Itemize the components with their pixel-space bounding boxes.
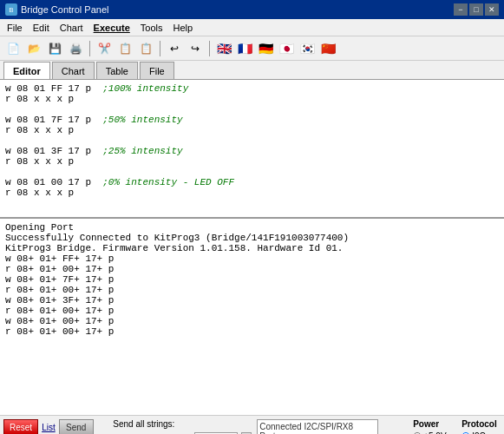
- main-area: w 08 01 FF 17 p ;100% intensity r 08 x x…: [0, 80, 504, 415]
- toolbar-flag2[interactable]: 🇫🇷: [235, 39, 254, 58]
- log-line-10: w 08+ 01+ 00+ 17+ p: [5, 316, 499, 326]
- title-bar: B Bridge Control Panel − □ ✕: [0, 0, 504, 19]
- log-line-3: KitProg3 Bridge. Firmware Version 1.01.1…: [5, 243, 499, 253]
- reset-button[interactable]: Reset: [3, 419, 38, 434]
- app-title: Bridge Control Panel: [21, 4, 109, 15]
- editor-line-5: r 08 x x x p: [5, 125, 499, 135]
- power-section: Power +5.0V +3.3V +2.5V +1.8V: [413, 419, 456, 434]
- toolbar-sep-2: [160, 41, 160, 56]
- editor-line-7: w 08 01 3F 17 p ;25% intensity: [5, 146, 499, 156]
- toolbar-flag4[interactable]: 🇯🇵: [277, 39, 296, 58]
- port-panel: Connected I2C/SPI/RX8 Ports: KitProg3 (B…: [257, 419, 378, 434]
- title-bar-controls: − □ ✕: [454, 3, 499, 16]
- list-label[interactable]: List: [42, 423, 56, 432]
- bottom-area: Reset List Send Stop Repeat to file Send…: [0, 415, 504, 434]
- editor-line-3: [5, 104, 499, 115]
- menu-file[interactable]: File: [2, 19, 28, 36]
- toolbar: 📄 📂 💾 🖨️ ✂️ 📋 📋 ↩ ↪ 🇬🇧 🇫🇷 🇩🇪 🇯🇵 🇰🇷 🇨🇳: [0, 36, 504, 61]
- toolbar-copy[interactable]: 📋: [115, 39, 134, 58]
- toolbar-undo[interactable]: ↩: [165, 39, 184, 58]
- toolbar-redo[interactable]: ↪: [186, 39, 205, 58]
- menu-edit[interactable]: Edit: [28, 19, 55, 36]
- editor-line-4: w 08 01 7F 17 p ;50% intensity: [5, 115, 499, 125]
- log-panel: Opening Port Successfully Connected to K…: [0, 219, 504, 415]
- menu-chart[interactable]: Chart: [55, 19, 88, 36]
- toolbar-save[interactable]: 💾: [45, 39, 64, 58]
- left-controls: Reset List Send Stop Repeat to file: [3, 419, 108, 434]
- tab-chart[interactable]: Chart: [52, 62, 95, 79]
- send-all-label: Send all strings:: [113, 419, 191, 429]
- app-icon: B: [5, 3, 17, 16]
- log-line-8: w 08+ 01+ 3F+ 17+ p: [5, 295, 499, 306]
- editor-panel[interactable]: w 08 01 FF 17 p ;100% intensity r 08 x x…: [0, 80, 504, 219]
- toolbar-flag1[interactable]: 🇬🇧: [214, 39, 233, 58]
- tab-editor[interactable]: Editor: [3, 62, 50, 79]
- send-all-row: Send all strings:: [113, 419, 252, 429]
- arrow-buttons: ► 🔒: [383, 419, 408, 434]
- log-line-4: w 08+ 01+ FF+ 17+ p: [5, 253, 499, 264]
- log-line-11: r 08+ 01+ 00+ 17+ p: [5, 326, 499, 337]
- editor-line-8: r 08 x x x p: [5, 156, 499, 167]
- editor-line-11: r 08 x x x p: [5, 187, 499, 198]
- toolbar-cut[interactable]: ✂️: [95, 39, 114, 58]
- app-icon-letter: B: [9, 6, 13, 14]
- tab-table[interactable]: Table: [96, 62, 138, 79]
- title-bar-left: B Bridge Control Panel: [5, 3, 109, 16]
- log-line-9: r 08+ 01+ 00+ 17+ p: [5, 306, 499, 316]
- toolbar-sep-1: [89, 41, 90, 56]
- port-area: Connected I2C/SPI/RX8 Ports: KitProg3 (B…: [257, 419, 378, 434]
- editor-line-6: [5, 135, 499, 146]
- menu-tools[interactable]: Tools: [135, 19, 168, 36]
- protocol-section: Protocol I2C SPI RX8 (UART): [461, 419, 504, 434]
- editor-line-2: r 08 x x x p: [5, 94, 499, 104]
- toolbar-flag5[interactable]: 🇰🇷: [298, 39, 317, 58]
- toolbar-new[interactable]: 📄: [3, 39, 23, 58]
- editor-line-9: [5, 167, 499, 177]
- sub-tabs: Editor Chart Table File: [0, 61, 504, 80]
- toolbar-open[interactable]: 📂: [24, 39, 43, 58]
- toolbar-paste[interactable]: 📋: [136, 39, 155, 58]
- menu-bar: File Edit Chart Execute Tools Help: [0, 19, 504, 36]
- menu-execute[interactable]: Execute: [88, 19, 135, 36]
- toolbar-flag3[interactable]: 🇩🇪: [256, 39, 275, 58]
- log-line-1: Opening Port: [5, 222, 499, 233]
- mid-controls: Send all strings: Repeat count: ▲ ▼ Scan…: [113, 419, 252, 434]
- editor-line-1: w 08 01 FF 17 p ;100% intensity: [5, 83, 499, 94]
- tab-file[interactable]: File: [140, 62, 174, 79]
- toolbar-flag6[interactable]: 🇨🇳: [318, 39, 337, 58]
- log-line-2: Successfully Connected to KitProg3 (Brid…: [5, 233, 499, 243]
- toolbar-sep-3: [209, 41, 210, 56]
- log-line-6: w 08+ 01+ 7F+ 17+ p: [5, 274, 499, 285]
- close-button[interactable]: ✕: [485, 3, 499, 16]
- log-line-7: r 08+ 01+ 00+ 17+ p: [5, 285, 499, 295]
- toolbar-print[interactable]: 🖨️: [66, 39, 85, 58]
- port-title: Connected I2C/SPI/RX8 Ports:: [259, 422, 376, 434]
- power-title: Power: [413, 419, 456, 429]
- protocol-title: Protocol: [461, 419, 504, 429]
- send-button[interactable]: Send: [59, 419, 94, 434]
- maximize-button[interactable]: □: [469, 3, 483, 16]
- log-line-5: r 08+ 01+ 00+ 17+ p: [5, 264, 499, 274]
- minimize-button[interactable]: −: [454, 3, 468, 16]
- editor-line-10: w 08 01 00 17 p ;0% intensity - LED OFF: [5, 177, 499, 187]
- menu-help[interactable]: Help: [168, 19, 199, 36]
